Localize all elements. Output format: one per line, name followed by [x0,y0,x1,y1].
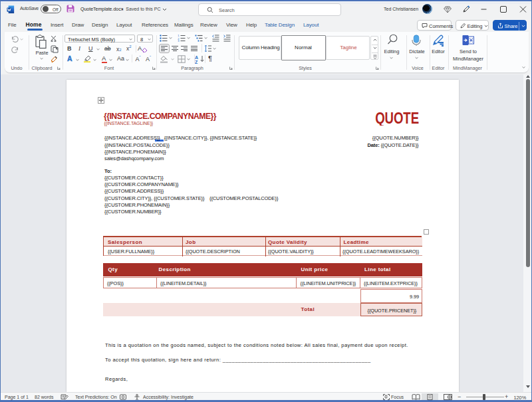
svg-text:3: 3 [178,39,180,42]
